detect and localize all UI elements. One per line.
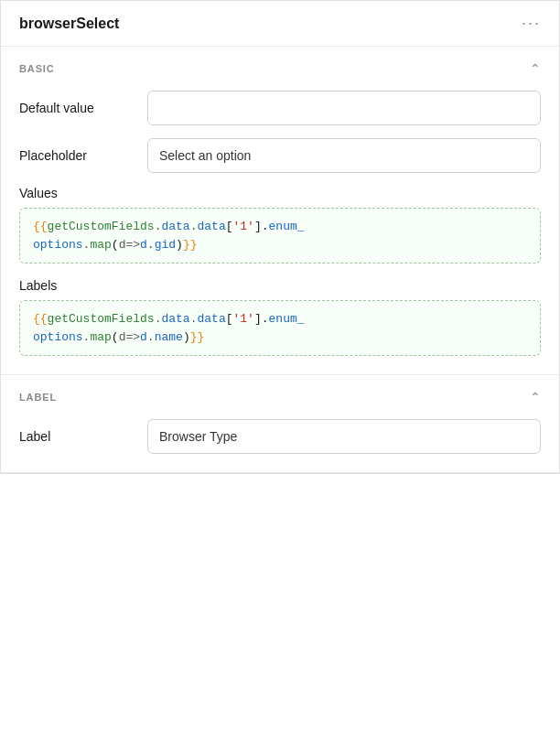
labels-paren2: ) — [183, 330, 190, 344]
labels-func: getCustomFields — [48, 312, 155, 326]
label-chevron-icon[interactable]: ⌃ — [530, 390, 541, 404]
labels-bracket1: [ — [226, 312, 233, 326]
labels-code-line1: {{getCustomFields.data.data['1'].enum_ — [33, 310, 527, 328]
values-map: map — [90, 238, 111, 252]
panel: browserSelect ··· BASIC ⌃ Default value … — [0, 0, 560, 474]
labels-prop1: data — [161, 312, 189, 326]
basic-chevron-icon[interactable]: ⌃ — [530, 61, 541, 76]
labels-block: Labels {{getCustomFields.data.data['1'].… — [19, 278, 541, 356]
basic-section-title: BASIC — [19, 63, 55, 74]
values-prop1: data — [161, 220, 189, 233]
labels-paren1: ( — [112, 330, 119, 344]
default-value-row: Default value — [19, 91, 541, 125]
values-bracket2: ]. — [254, 220, 269, 233]
labels-open-curly: {{ — [33, 312, 48, 326]
values-paren2: ) — [176, 238, 183, 252]
labels-map: map — [90, 330, 111, 344]
values-open-curly: {{ — [33, 220, 48, 233]
values-str: '1' — [233, 220, 254, 233]
labels-options: options — [33, 330, 83, 344]
labels-dot4: . — [147, 330, 155, 344]
labels-code-box[interactable]: {{getCustomFields.data.data['1'].enum_ o… — [19, 300, 541, 356]
values-close-curly: }} — [183, 238, 198, 252]
label-field-row: Label — [19, 419, 541, 454]
label-section-header: LABEL ⌃ — [19, 390, 541, 404]
more-icon[interactable]: ··· — [522, 14, 541, 33]
placeholder-input[interactable] — [147, 138, 541, 173]
labels-arrow: d=> — [119, 330, 140, 344]
panel-title: browserSelect — [19, 16, 119, 32]
labels-prop2: data — [197, 312, 225, 326]
labels-label: Labels — [19, 278, 541, 293]
labels-close-curly: }} — [190, 330, 205, 344]
labels-prop3: enum_ — [269, 312, 305, 326]
default-value-label: Default value — [19, 101, 147, 115]
labels-d: d — [140, 330, 147, 344]
values-arrow: d=> — [119, 238, 140, 252]
values-paren1: ( — [112, 238, 119, 252]
values-gid: gid — [155, 238, 176, 252]
values-func: getCustomFields — [48, 220, 155, 233]
label-section: LABEL ⌃ Label — [1, 375, 559, 473]
labels-bracket2: ]. — [254, 312, 269, 326]
labels-code-line2: options.map(d=>d.name)}} — [33, 328, 527, 347]
values-code-line1: {{getCustomFields.data.data['1'].enum_ — [33, 218, 527, 236]
values-bracket1: [ — [226, 220, 233, 233]
labels-name: name — [155, 330, 183, 344]
values-prop2: data — [197, 220, 225, 233]
values-prop3: enum_ — [269, 220, 305, 233]
values-code-line2: options.map(d=>d.gid)}} — [33, 236, 527, 254]
default-value-input[interactable] — [147, 91, 541, 125]
placeholder-label: Placeholder — [19, 148, 147, 163]
labels-str: '1' — [233, 312, 254, 326]
panel-header: browserSelect ··· — [1, 1, 559, 47]
values-d: d — [140, 238, 147, 252]
values-code-box[interactable]: {{getCustomFields.data.data['1'].enum_ o… — [19, 208, 541, 264]
label-field-input[interactable] — [147, 419, 541, 454]
label-field-label: Label — [19, 429, 147, 444]
values-label: Values — [19, 186, 541, 200]
values-options: options — [33, 238, 83, 252]
placeholder-row: Placeholder — [19, 138, 541, 173]
basic-section: BASIC ⌃ Default value Placeholder Values… — [1, 47, 559, 375]
basic-section-header: BASIC ⌃ — [19, 61, 541, 76]
label-section-title: LABEL — [19, 392, 57, 403]
values-block: Values {{getCustomFields.data.data['1'].… — [19, 186, 541, 264]
values-dot4: . — [147, 238, 155, 252]
